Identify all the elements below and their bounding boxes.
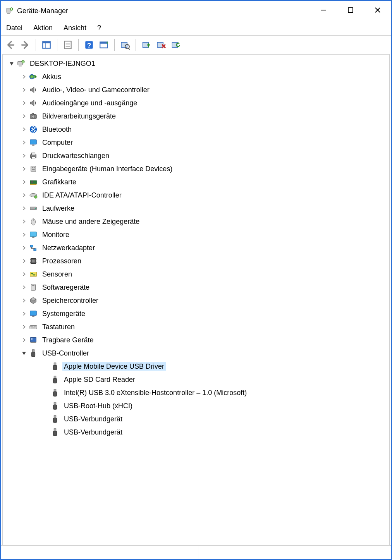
expander-icon[interactable] [20,153,28,158]
expander-icon[interactable] [20,140,28,145]
mouse-icon [28,217,38,226]
window-controls [310,1,391,19]
toolbar-scan-button[interactable] [119,38,132,52]
expander-icon[interactable] [20,350,28,356]
tree-category-label: Audioeingänge und -ausgänge [41,99,139,107]
tree-category-row[interactable]: USB-Controller [3,347,389,360]
expander-icon[interactable] [20,166,28,172]
scan-hardware-icon [120,40,130,50]
expander-icon[interactable] [20,271,28,277]
monitor-icon [28,309,38,318]
toolbar-back-button[interactable] [4,38,17,52]
usb-icon [50,388,60,397]
tree-category-label: Tastaturen [41,323,76,331]
tree-category-row[interactable]: IDE ATA/ATAPI-Controller [3,189,389,202]
toolbar-separator [78,39,79,51]
expander-icon[interactable] [20,232,28,237]
tree-category-row[interactable]: Softwaregeräte [3,281,389,294]
toolbar-separator [36,39,36,51]
expander-icon[interactable] [20,245,28,251]
tree-device-row[interactable]: ▸Apple Mobile Device USB Driver [3,360,389,373]
tree-device-row[interactable]: ▸USB-Verbundgerät [3,426,389,439]
tree-category-row[interactable]: Audioeingänge und -ausgänge [3,96,389,110]
expander-icon[interactable] [20,206,28,211]
menu-action[interactable]: Aktion [33,24,53,32]
tree-category-row[interactable]: Druckwarteschlangen [3,149,389,162]
tree-category-row[interactable]: Eingabegeräte (Human Interface Devices) [3,162,389,175]
toolbar-separator [136,39,136,51]
expander-icon[interactable] [20,311,28,316]
tree-device-label: USB-Verbundgerät [62,428,124,436]
tree-category-row[interactable]: Prozessoren [3,254,389,268]
tree-category-row[interactable]: Audio-, Video- und Gamecontroller [3,83,389,96]
tree-device-row[interactable]: ▸USB-Verbundgerät [3,412,389,426]
tree-device-row[interactable]: ▸Intel(R) USB 3.0 eXtensible-Hostcontrol… [3,386,389,399]
expander-icon[interactable] [20,337,28,343]
expander-icon[interactable] [20,324,28,330]
tree-device-label: Apple Mobile Device USB Driver [62,362,166,371]
bluetooth-icon [28,125,38,134]
tree-category-label: Sensoren [41,270,74,278]
toolbar-properties-button[interactable] [61,38,74,52]
expander-icon[interactable] [20,219,28,224]
expander-icon[interactable] [20,298,28,303]
toolbar-update-driver-button[interactable] [169,38,182,52]
toolbar-refresh-button[interactable] [97,38,110,52]
expander-icon[interactable] [20,100,28,106]
tree-category-row[interactable]: Netzwerkadapter [3,241,389,254]
tree-category-row[interactable]: Tragbare Geräte [3,333,389,347]
tree-category-label: Laufwerke [41,204,76,213]
tree-category-row[interactable]: Tastaturen [3,320,389,333]
app-icon [5,6,14,15]
expander-icon[interactable] [20,74,28,79]
tree-category-row[interactable]: Bluetooth [3,123,389,136]
tree-category-label: USB-Controller [41,349,91,357]
tree-category-row[interactable]: Mäuse und andere Zeigegeräte [3,215,389,228]
toolbar-forward-button[interactable] [19,38,32,52]
expander-icon[interactable] [20,179,28,185]
tree-device-row[interactable]: ▸USB-Root-Hub (xHCI) [3,399,389,412]
menu-help[interactable]: ? [97,24,101,32]
update-driver-icon [171,40,181,50]
expander-icon[interactable] [7,61,16,66]
expander-icon[interactable] [20,192,28,198]
menu-view[interactable]: Ansicht [64,24,86,32]
usb-icon [50,362,60,371]
toolbar-separator [57,39,57,51]
maximize-button[interactable] [337,1,364,19]
expander-spacer: ▸ [41,390,50,395]
statusbar-cell-2 [198,546,298,559]
toolbar-showhide-button[interactable] [40,38,53,52]
expander-icon[interactable] [20,258,28,264]
expander-icon[interactable] [20,285,28,290]
close-button[interactable] [364,1,391,19]
tree-category-label: Bildverarbeitungsgeräte [41,112,117,120]
statusbar-cell-3 [298,546,391,559]
expander-icon[interactable] [20,127,28,132]
toolbar-help-button[interactable] [83,38,96,52]
showhide-icon [41,40,52,50]
tree-category-row[interactable]: Monitore [3,228,389,241]
tree-category-label: Softwaregeräte [41,283,91,292]
tree-category-row[interactable]: Laufwerke [3,202,389,215]
tree-category-row[interactable]: Akkus [3,70,389,83]
tree-category-row[interactable]: Grafikkarte [3,175,389,189]
tree-category-row[interactable]: Sensoren [3,268,389,281]
menu-file[interactable]: Datei [6,24,22,32]
software-icon [28,283,38,292]
tree-category-row[interactable]: Computer [3,136,389,149]
toolbar-enable-button[interactable] [140,38,153,52]
tree-root-row[interactable]: DESKTOP-IEJNGO1 [3,57,389,70]
monitor-icon [28,138,38,147]
expander-icon[interactable] [20,87,28,93]
refresh-icon [99,40,109,50]
back-icon [5,40,15,50]
toolbar-disable-button[interactable] [155,38,168,52]
tree-category-row[interactable]: Systemgeräte [3,307,389,320]
expander-spacer: ▸ [41,364,50,369]
expander-icon[interactable] [20,113,28,119]
tree-category-row[interactable]: Speichercontroller [3,294,389,307]
tree-category-row[interactable]: Bildverarbeitungsgeräte [3,110,389,123]
tree-device-row[interactable]: ▸Apple SD Card Reader [3,373,389,386]
minimize-button[interactable] [310,1,337,19]
